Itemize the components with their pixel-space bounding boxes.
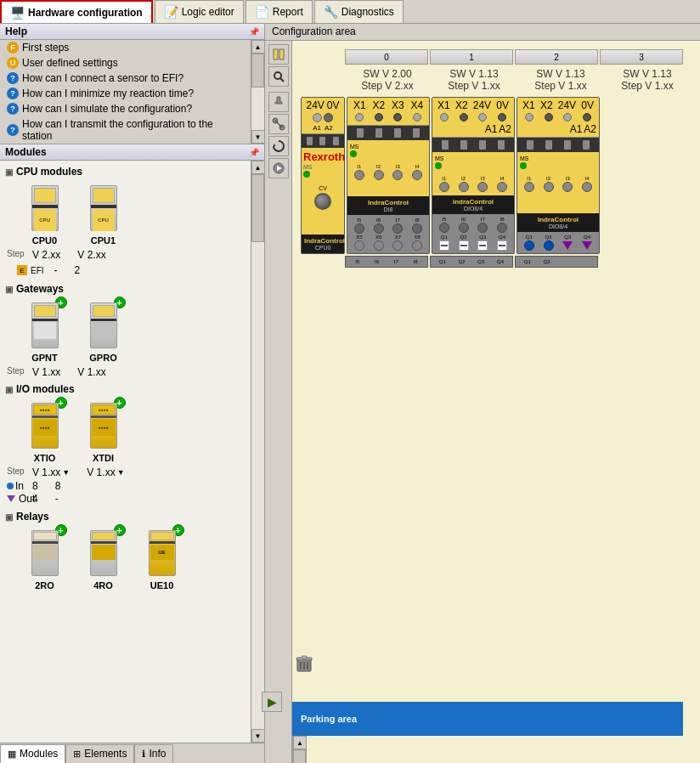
tab-logic-label: Logic editor: [182, 6, 234, 18]
svg-rect-12: [302, 656, 307, 658]
modules-pin[interactable]: 📌: [249, 148, 259, 157]
dio1-io-grid: I1 I2 I3 I4: [435, 176, 511, 192]
di8-top-section: X1 X2 X3 X4: [347, 98, 429, 126]
mod-scroll-down-btn[interactable]: ▼: [251, 729, 265, 743]
right-scrollbar[interactable]: ▲ ▼: [292, 736, 306, 763]
dio1-q3: Q3: [474, 235, 493, 240]
ue10-label: UE10: [150, 580, 174, 591]
dio2-x2: X2: [540, 99, 553, 111]
transmit-label: How can I transmit the configuration to …: [22, 118, 244, 142]
dio1-t1: [440, 113, 449, 122]
dio2-model-label: DIO8/4: [520, 223, 596, 229]
toolbar-btn-hand[interactable]: [268, 92, 289, 112]
toolbar-btn-rotate[interactable]: [268, 136, 289, 156]
dio2-24v: 24V: [558, 99, 576, 111]
xtdi-step-dropdown[interactable]: ▼: [117, 468, 125, 477]
cpu-modules-header[interactable]: ▣ CPU modules: [0, 164, 251, 179]
dio84-1-module-visual[interactable]: X1X2 24V0V A1: [432, 97, 515, 254]
help-item-transmit[interactable]: ? How can I transmit the configuration t…: [0, 116, 251, 144]
di8-connector: [347, 126, 429, 140]
di8-ex-i8: I8: [406, 259, 425, 264]
help-item-reaction-time[interactable]: ? How can I minimize my reaction time?: [0, 86, 251, 101]
hw-icon: 🖥️: [10, 6, 25, 20]
scroll-up-btn[interactable]: ▲: [251, 40, 265, 54]
4ro-body: [90, 530, 117, 576]
modules-scrollbar[interactable]: ▲ ▼: [251, 161, 264, 743]
dio1-pin-1: [442, 140, 449, 150]
bottom-tab-info[interactable]: ℹ Info: [134, 744, 173, 763]
tab-report[interactable]: 📄 Report: [246, 0, 313, 23]
simulate-icon: ?: [7, 103, 19, 115]
xtio-in-row: In 8 8: [0, 480, 251, 493]
dio2-pin-1: [527, 140, 533, 150]
module-item-cpu0[interactable]: CPU CPU0: [17, 183, 72, 246]
tab-hardware-configuration[interactable]: 🖥️ Hardware configuration: [0, 0, 153, 23]
cpu-24v-label: 24V: [306, 99, 324, 111]
help-item-first-steps[interactable]: F First steps: [0, 40, 251, 55]
dio2-indracontrol-label: IndraControl: [520, 216, 596, 223]
tab-logic-editor[interactable]: 📝 Logic editor: [155, 0, 244, 23]
dio1-i8: I8: [493, 217, 511, 222]
module-item-gpnt[interactable]: + GPNT: [17, 300, 72, 363]
cpu-top-section: 24V 0V A1 A2: [302, 98, 344, 134]
help-pin[interactable]: 📌: [249, 27, 259, 37]
tab-diagnostics[interactable]: 🔧 Diagnostics: [314, 0, 404, 23]
module-item-cpu1[interactable]: CPU CPU1: [76, 183, 131, 246]
scroll-down-btn[interactable]: ▼: [251, 130, 265, 144]
di8-i2-screw: [374, 170, 384, 180]
cpu-bottom-section: IndraControl CPU0: [302, 235, 344, 253]
di8-i8-lbl: I8: [408, 218, 426, 223]
di8-i7-screw: [392, 223, 403, 234]
right-scroll-up[interactable]: ▲: [293, 736, 307, 749]
di8-module-visual[interactable]: X1 X2 X3 X4: [347, 97, 430, 254]
module-item-4ro[interactable]: + 4RO: [76, 528, 131, 591]
gateways-header[interactable]: ▣ Gateways: [0, 281, 251, 297]
cpu-rexroth-section: Rexroth MS CV: [302, 148, 344, 235]
module-item-xtdi[interactable]: + ●●●● ●●●● XTDI: [76, 400, 131, 463]
di8-ex-i7: I7: [387, 259, 406, 264]
toolbar-btn-play[interactable]: [268, 158, 289, 178]
module-item-gpro[interactable]: + GPRO: [76, 300, 131, 363]
mod-scroll-up-btn[interactable]: ▲: [251, 161, 265, 174]
cpu1-img: CPU: [85, 183, 122, 234]
io-modules-header[interactable]: ▣ I/O modules: [0, 382, 251, 397]
nav-arrow-right[interactable]: ▶: [262, 692, 264, 712]
bottom-tab-modules[interactable]: ▦ Modules: [0, 744, 65, 763]
di8-bottom-extra: I5 I6 I7 I8: [345, 256, 428, 268]
right-scroll-thumb[interactable]: [293, 749, 306, 763]
dio2-i2-screw: [544, 182, 554, 192]
toolbar-btn-connect[interactable]: [268, 114, 289, 134]
dio1-0v: 0V: [496, 99, 509, 111]
bottom-tab-elements[interactable]: ⊞ Elements: [65, 744, 134, 763]
dio84-2-module-visual[interactable]: X1X2 24V0V A1: [517, 97, 600, 254]
slot-1: 1: [430, 49, 513, 65]
xtio-out-val: 4: [32, 493, 38, 505]
toolbar-btn-select[interactable]: [268, 44, 289, 65]
module-item-ue10[interactable]: + UE UE10: [134, 528, 189, 591]
dio1-ex-q4: Q4: [491, 259, 510, 264]
xtio-step-dropdown[interactable]: ▼: [62, 468, 70, 477]
mod-scroll-thumb[interactable]: [251, 174, 264, 242]
cpu-expand-icon: ▣: [5, 167, 13, 177]
module-item-xtio[interactable]: + ●●●● ●●●● XTIO: [17, 400, 72, 463]
help-item-user-settings[interactable]: U User defined settings: [0, 55, 251, 71]
relays-header[interactable]: ▣ Relays: [0, 509, 251, 524]
help-item-connect-sensor[interactable]: ? How can I connect a sensor to EFI?: [0, 71, 251, 86]
module-item-2ro[interactable]: + 2RO: [17, 528, 72, 591]
help-scrollbar[interactable]: ▲ ▼: [251, 40, 264, 144]
cpu-module-visual[interactable]: 24V 0V A1 A2: [301, 97, 345, 254]
dio2-io-grid: I1 I2 I3 I4: [520, 176, 596, 192]
scroll-thumb[interactable]: [251, 54, 264, 88]
modules-header: Modules 📌: [0, 144, 264, 161]
dio1-q1: Q1: [435, 235, 454, 240]
help-item-simulate[interactable]: ? How can I simulate the configuration?: [0, 101, 251, 116]
config-canvas[interactable]: 0 1 2 3 SW V 2.00 Step V 2.xx SW V 1.13: [292, 41, 700, 736]
step-label-io: Step: [7, 466, 32, 478]
delete-button[interactable]: [292, 653, 316, 676]
toolbar-btn-zoom[interactable]: [268, 66, 289, 87]
efi-values: - 2: [54, 264, 81, 276]
sw-ver-3-l2: Step V 1.xx: [621, 80, 673, 92]
2ro-body: [31, 530, 59, 576]
bottom-elements-label: Elements: [84, 748, 127, 760]
gpro-label: GPRO: [89, 353, 116, 363]
